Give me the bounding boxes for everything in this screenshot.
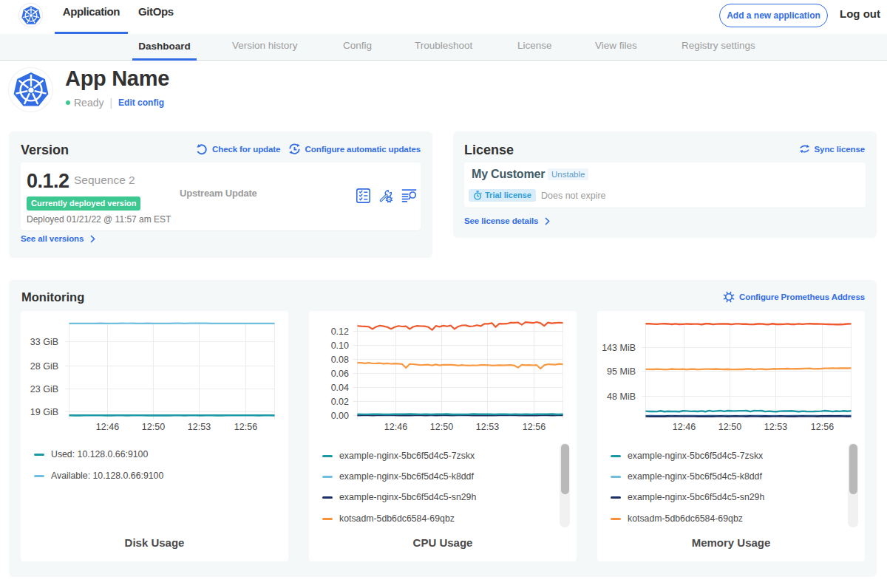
svg-text:0.02: 0.02 [331,397,349,407]
svg-text:12:46: 12:46 [673,422,696,432]
svg-text:12:46: 12:46 [384,422,407,432]
svg-text:12:53: 12:53 [764,422,787,432]
svg-text:28 GiB: 28 GiB [30,361,58,372]
svg-text:95 MiB: 95 MiB [607,366,636,377]
svg-text:12:56: 12:56 [234,422,257,432]
svg-text:12:50: 12:50 [142,422,165,432]
svg-text:12:53: 12:53 [476,422,499,432]
svg-text:0.04: 0.04 [331,383,349,393]
svg-text:12:56: 12:56 [523,422,546,432]
svg-text:0.00: 0.00 [331,411,349,421]
svg-text:12:56: 12:56 [811,422,834,432]
svg-text:12:50: 12:50 [430,422,453,432]
svg-text:12:53: 12:53 [188,422,211,432]
svg-text:0.12: 0.12 [331,327,349,337]
svg-text:0.08: 0.08 [331,355,349,365]
svg-text:33 GiB: 33 GiB [30,337,58,347]
svg-text:23 GiB: 23 GiB [30,384,58,394]
svg-text:0.10: 0.10 [331,341,349,351]
svg-text:143 MiB: 143 MiB [602,343,636,353]
svg-text:0.06: 0.06 [331,369,349,379]
svg-text:12:46: 12:46 [96,422,119,432]
svg-text:48 MiB: 48 MiB [607,392,636,402]
svg-text:12:50: 12:50 [718,422,741,432]
svg-text:19 GiB: 19 GiB [30,407,58,417]
